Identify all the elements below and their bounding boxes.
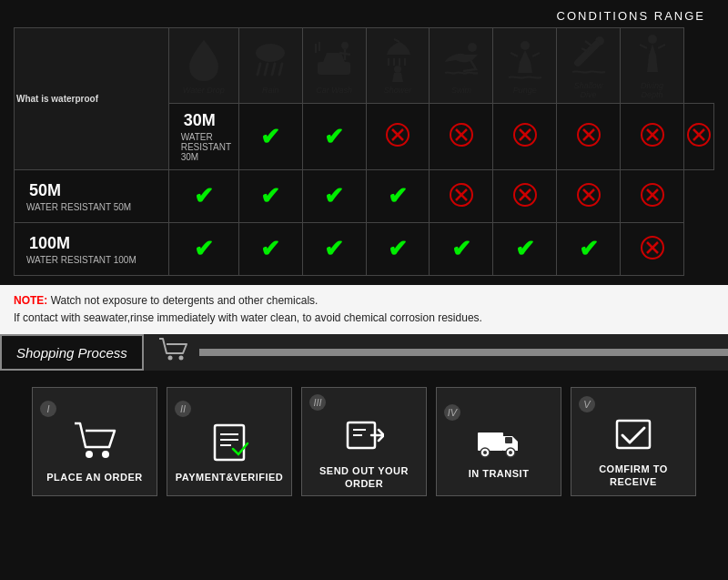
svg-rect-72	[505, 437, 512, 443]
svg-line-2	[265, 64, 268, 75]
icon-punge: Punge	[493, 28, 557, 104]
note-label: NOTE:	[14, 294, 47, 307]
row-100m: 100M WATER RESISTANT 100M ✔ ✔ ✔ ✔ ✔ ✔ ✔	[15, 223, 714, 276]
step-4-number: IV	[444, 404, 460, 421]
cross-50m-5	[512, 182, 538, 208]
step-4-icon	[476, 425, 521, 463]
step-4-label: IN TRANSIT	[469, 467, 530, 480]
icon-label-punge: Punge	[495, 86, 554, 95]
step-3-icon	[344, 415, 384, 460]
svg-line-3	[272, 64, 275, 75]
svg-line-1	[258, 64, 260, 75]
step-3-label: SEND OUT YOUR ORDER	[309, 464, 419, 491]
step-1-label: PLACE AN ORDER	[46, 471, 143, 483]
cross-30m-4	[512, 122, 538, 148]
cross-30m-6	[640, 122, 665, 148]
check-50m-0: ✔	[194, 182, 214, 209]
svg-line-25	[640, 45, 647, 48]
size-50m: 50M	[22, 181, 161, 200]
note-text2: If contact with seawater,rinse immediate…	[14, 311, 482, 324]
svg-point-16	[394, 66, 401, 73]
step-1-number: I	[40, 401, 56, 417]
check-30m-0: ✔	[260, 123, 280, 150]
svg-line-19	[511, 53, 518, 56]
note-section: NOTE: Watch not exposure to detergents a…	[0, 285, 728, 334]
icon-label-diving-depth: DivingDepth	[622, 81, 682, 99]
step-2-icon	[209, 422, 249, 466]
cross-30m-3	[449, 122, 474, 148]
icon-water-drop: Water Drop	[168, 28, 238, 104]
waterproof-section: CONDITIONS RANGE What is waterproof Wate…	[0, 0, 728, 285]
label-30m: WATER RESISTANT 30M	[177, 132, 231, 162]
cross-30m-5	[576, 122, 602, 148]
icon-label-shower: Shower	[369, 86, 428, 95]
svg-point-63	[102, 451, 109, 458]
icon-label-car-wash: Car Wash	[305, 86, 364, 95]
svg-point-75	[483, 451, 487, 454]
check-50m-2: ✔	[324, 182, 344, 209]
svg-point-76	[509, 451, 512, 454]
icon-label-rain: Rain	[241, 86, 300, 95]
icon-label-water-drop: Water Drop	[171, 86, 237, 95]
row-50m: 50M WATER RESISTANT 50M ✔ ✔ ✔ ✔	[15, 170, 714, 223]
icon-label-swim: Swim	[431, 86, 490, 95]
conditions-title: CONDITIONS RANGE	[14, 9, 714, 23]
check-50m-1: ✔	[260, 182, 280, 209]
check-100m-4: ✔	[451, 235, 471, 262]
cross-30m-2	[385, 122, 410, 148]
svg-line-20	[532, 53, 540, 56]
icon-header-row: What is waterproof Water Drop Rain	[15, 28, 714, 104]
check-30m-1: ✔	[324, 123, 344, 150]
step-5-icon	[613, 417, 653, 458]
svg-line-22	[585, 41, 592, 46]
svg-point-24	[648, 35, 657, 44]
svg-line-11	[394, 39, 399, 42]
cross-50m-4	[449, 182, 474, 208]
steps-section: I PLACE AN ORDER II	[0, 371, 728, 513]
svg-rect-5	[318, 62, 350, 75]
svg-point-17	[468, 43, 477, 52]
svg-point-60	[167, 356, 172, 361]
svg-rect-71	[478, 432, 503, 451]
step-5-box: V COMFIRM TO RECEIVE	[571, 387, 696, 496]
icon-shallow-dive: ShallowDive	[557, 28, 621, 104]
icon-shower: Shower	[366, 28, 430, 104]
note-text1: Watch not exposure to detergents and oth…	[47, 294, 318, 307]
check-100m-6: ✔	[579, 235, 599, 262]
step-3-box: III SEND OUT YOUR ORDER	[301, 387, 427, 496]
svg-point-18	[521, 41, 530, 50]
label-50m: WATER RESISTANT 50M	[22, 202, 161, 212]
shopping-header: Shopping Process	[0, 334, 728, 371]
cross-50m-6	[576, 182, 602, 208]
size-30m: 30M	[177, 111, 231, 130]
step-2-number: II	[175, 401, 191, 417]
check-100m-2: ✔	[324, 235, 344, 262]
waterproof-table: What is waterproof Water Drop Rain	[14, 27, 714, 276]
shopping-title-box: Shopping Process	[0, 334, 144, 371]
cross-100m-7	[640, 235, 665, 260]
icon-diving-depth: DivingDepth	[621, 28, 684, 104]
shopping-bar-divider	[199, 349, 728, 356]
icon-car-wash: Car Wash	[302, 28, 366, 104]
step-1-icon	[73, 422, 116, 466]
check-50m-3: ✔	[388, 182, 408, 209]
step-5-number: V	[579, 396, 595, 412]
check-100m-1: ✔	[260, 235, 280, 262]
label-100m: WATER RESISTANT 100M	[22, 255, 161, 265]
svg-point-0	[256, 44, 285, 62]
svg-point-62	[86, 451, 93, 458]
svg-line-4	[279, 64, 282, 75]
step-2-box: II PAYMENT&VERIFIED	[167, 387, 292, 496]
shopping-title: Shopping Process	[16, 345, 127, 361]
check-100m-5: ✔	[515, 235, 535, 262]
cross-30m-7	[686, 122, 712, 148]
icon-swim: Swim	[430, 28, 493, 104]
step-3-number: III	[309, 394, 326, 411]
size-100m: 100M	[22, 234, 161, 253]
step-5-label: COMFIRM TO RECEIVE	[579, 463, 688, 489]
icon-label-shallow-dive: ShallowDive	[559, 81, 618, 99]
cross-50m-7	[640, 182, 665, 208]
svg-point-6	[341, 42, 349, 49]
what-is-waterproof-label: What is waterproof	[15, 28, 169, 170]
shopping-cart-header-icon	[157, 337, 190, 368]
